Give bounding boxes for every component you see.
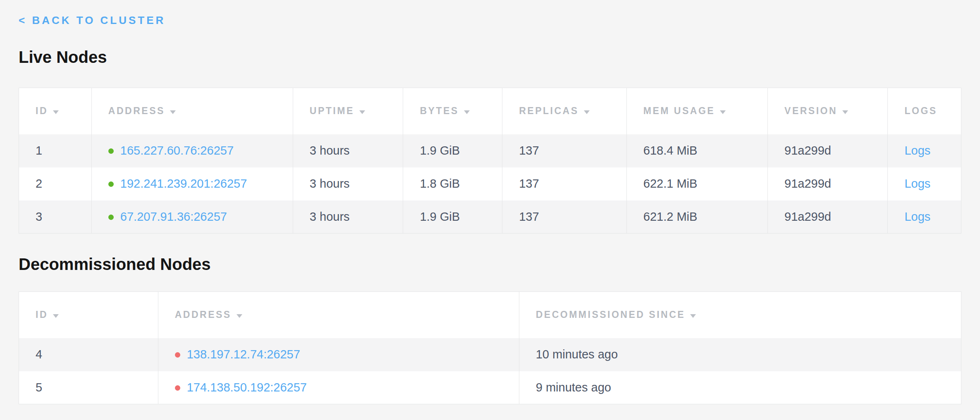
node-logs-cell: Logs	[888, 200, 961, 234]
sort-arrow-icon	[53, 110, 59, 114]
page: < BACK TO CLUSTER Live Nodes IDADDRESSUP…	[0, 0, 980, 404]
node-id-cell: 5	[19, 371, 158, 404]
column-header-label: VERSION	[784, 105, 837, 116]
sort-arrow-icon	[584, 110, 590, 114]
sort-arrow-icon	[170, 110, 176, 114]
sort-arrow-icon	[237, 314, 242, 318]
column-header-label: LOGS	[904, 105, 937, 116]
node-address-link[interactable]: 67.207.91.36:26257	[120, 210, 227, 223]
node-id-cell: 1	[19, 134, 92, 167]
node-mem-usage-cell: 621.2 MiB	[626, 200, 767, 234]
node-logs-cell: Logs	[888, 134, 961, 167]
column-header-label: ADDRESS	[108, 105, 165, 116]
column-header-replicas[interactable]: REPLICAS	[502, 88, 627, 134]
sort-arrow-icon	[464, 110, 470, 114]
node-uptime-cell: 3 hours	[293, 167, 403, 200]
live-node-dot-icon	[108, 215, 114, 220]
table-header-row: IDADDRESSDECOMMISSIONED SINCE	[19, 292, 961, 338]
column-header-address[interactable]: ADDRESS	[158, 292, 519, 338]
node-bytes-cell: 1.9 GiB	[403, 200, 502, 234]
node-address-link[interactable]: 174.138.50.192:26257	[187, 381, 307, 394]
node-replicas-cell: 137	[502, 167, 627, 200]
node-id-cell: 3	[19, 200, 92, 234]
node-address-link[interactable]: 165.227.60.76:26257	[120, 144, 234, 157]
node-id-cell: 4	[19, 338, 158, 371]
decommissioned-since-cell: 9 minutes ago	[519, 371, 961, 404]
column-header-label: ID	[36, 105, 48, 116]
sort-arrow-icon	[359, 110, 365, 114]
sort-arrow-icon	[53, 314, 59, 318]
decommissioned-nodes-heading: Decommissioned Nodes	[19, 254, 961, 274]
column-header-label: ADDRESS	[175, 309, 232, 320]
table-row: 367.207.91.36:262573 hours1.9 GiB137621.…	[19, 200, 961, 234]
live-node-dot-icon	[108, 148, 114, 154]
back-to-cluster-link[interactable]: < BACK TO CLUSTER	[19, 14, 165, 26]
node-address-cell: 165.227.60.76:26257	[91, 134, 293, 167]
table-row: 4138.197.12.74:2625710 minutes ago	[19, 338, 961, 371]
column-header-mem-usage[interactable]: MEM USAGE	[626, 88, 767, 134]
node-version-cell: 91a299d	[768, 200, 888, 234]
node-address-cell: 192.241.239.201:26257	[91, 167, 293, 200]
decommissioned-nodes-table: IDADDRESSDECOMMISSIONED SINCE4138.197.12…	[19, 291, 961, 404]
node-version-cell: 91a299d	[768, 167, 888, 200]
sort-arrow-icon	[720, 110, 726, 114]
logs-link[interactable]: Logs	[904, 177, 930, 190]
column-header-label: REPLICAS	[519, 105, 578, 116]
table-row: 2192.241.239.201:262573 hours1.8 GiB1376…	[19, 167, 961, 200]
table-row: 5174.138.50.192:262579 minutes ago	[19, 371, 961, 404]
node-logs-cell: Logs	[888, 167, 961, 200]
node-bytes-cell: 1.8 GiB	[403, 167, 502, 200]
column-header-label: UPTIME	[310, 105, 354, 116]
node-replicas-cell: 137	[502, 134, 627, 167]
node-address-link[interactable]: 138.197.12.74:26257	[187, 348, 300, 361]
node-replicas-cell: 137	[502, 200, 627, 234]
column-header-label: BYTES	[420, 105, 459, 116]
column-header-decommissioned-since[interactable]: DECOMMISSIONED SINCE	[519, 292, 961, 338]
column-header-version[interactable]: VERSION	[768, 88, 888, 134]
node-mem-usage-cell: 618.4 MiB	[626, 134, 767, 167]
table-row: 1165.227.60.76:262573 hours1.9 GiB137618…	[19, 134, 961, 167]
column-header-label: DECOMMISSIONED SINCE	[536, 309, 685, 320]
column-header-id[interactable]: ID	[19, 292, 158, 338]
live-nodes-heading: Live Nodes	[19, 47, 961, 67]
node-bytes-cell: 1.9 GiB	[403, 134, 502, 167]
node-address-link[interactable]: 192.241.239.201:26257	[120, 177, 247, 190]
decommissioned-node-dot-icon	[175, 352, 180, 358]
logs-link[interactable]: Logs	[904, 144, 930, 157]
logs-link[interactable]: Logs	[904, 210, 930, 223]
node-uptime-cell: 3 hours	[293, 134, 403, 167]
node-address-cell: 67.207.91.36:26257	[91, 200, 293, 234]
live-nodes-table: IDADDRESSUPTIMEBYTESREPLICASMEM USAGEVER…	[19, 88, 961, 234]
node-address-cell: 174.138.50.192:26257	[158, 371, 519, 404]
column-header-uptime[interactable]: UPTIME	[293, 88, 403, 134]
column-header-logs: LOGS	[888, 88, 961, 134]
sort-arrow-icon	[690, 314, 696, 318]
column-header-label: ID	[36, 309, 48, 320]
node-mem-usage-cell: 622.1 MiB	[626, 167, 767, 200]
node-uptime-cell: 3 hours	[293, 200, 403, 234]
decommissioned-since-cell: 10 minutes ago	[519, 338, 961, 371]
column-header-address[interactable]: ADDRESS	[91, 88, 293, 134]
table-header-row: IDADDRESSUPTIMEBYTESREPLICASMEM USAGEVER…	[19, 88, 961, 134]
node-id-cell: 2	[19, 167, 92, 200]
sort-arrow-icon	[842, 110, 848, 114]
column-header-id[interactable]: ID	[19, 88, 92, 134]
node-version-cell: 91a299d	[768, 134, 888, 167]
column-header-bytes[interactable]: BYTES	[403, 88, 502, 134]
live-node-dot-icon	[108, 181, 114, 187]
column-header-label: MEM USAGE	[643, 105, 715, 116]
decommissioned-node-dot-icon	[175, 385, 180, 391]
node-address-cell: 138.197.12.74:26257	[158, 338, 519, 371]
